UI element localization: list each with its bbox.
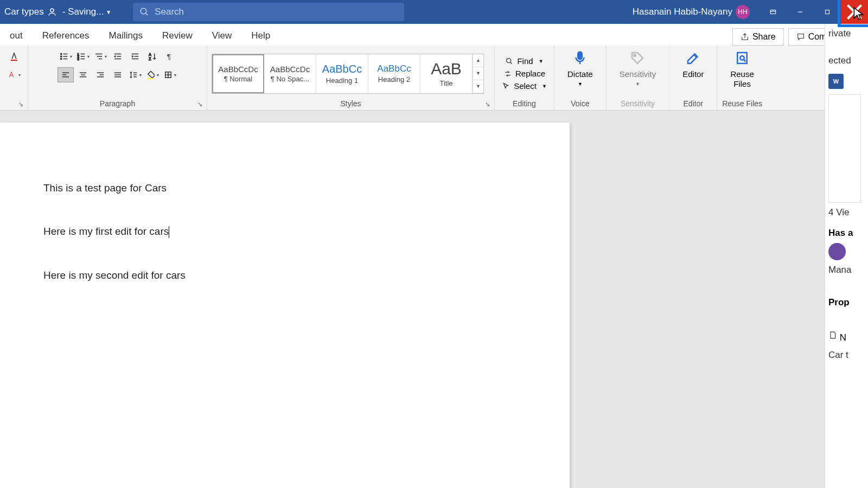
numbering-button[interactable]: 123 bbox=[75, 49, 91, 64]
doc-line-2[interactable]: Here is my first edit for cars bbox=[43, 226, 526, 238]
file-icon bbox=[828, 330, 837, 341]
tab-mailings[interactable]: Mailings bbox=[99, 26, 152, 46]
select-icon bbox=[502, 82, 510, 91]
styles-up-icon[interactable]: ▲ bbox=[473, 54, 483, 67]
replace-button[interactable]: Replace bbox=[500, 68, 548, 79]
side-panel: rivate ected W 4 Vie Has a Mana Prop N C… bbox=[825, 24, 868, 488]
avatar[interactable]: HH bbox=[736, 5, 750, 19]
find-icon bbox=[505, 57, 514, 66]
svg-point-15 bbox=[60, 58, 61, 59]
editor-icon bbox=[685, 49, 701, 67]
voice-label: Voice bbox=[559, 98, 602, 109]
svg-point-1 bbox=[141, 8, 146, 14]
share-button[interactable]: Share bbox=[732, 28, 784, 46]
find-button[interactable]: Find▼ bbox=[502, 55, 546, 67]
styles-more-icon[interactable]: ▼ bbox=[473, 80, 483, 93]
font-color-button[interactable] bbox=[6, 49, 22, 64]
svg-point-0 bbox=[50, 9, 54, 12]
search-input[interactable]: Search bbox=[133, 3, 404, 21]
styles-gallery[interactable]: AaBbCcDc ¶ Normal AaBbCcDc ¶ No Spac... … bbox=[212, 54, 484, 94]
decrease-indent-button[interactable] bbox=[110, 49, 126, 64]
style-normal[interactable]: AaBbCcDc ¶ Normal bbox=[212, 54, 264, 93]
ribbon-tabs: out References Mailings Review View Help… bbox=[0, 24, 868, 46]
sp-prop-text: Prop bbox=[828, 297, 865, 308]
saving-dropdown-icon[interactable]: ▼ bbox=[106, 9, 111, 15]
document-canvas[interactable]: This is a test page for Cars Here is my … bbox=[0, 111, 825, 488]
svg-line-55 bbox=[510, 62, 512, 63]
minimize-button[interactable] bbox=[787, 0, 814, 24]
svg-rect-56 bbox=[578, 52, 583, 60]
replace-icon bbox=[503, 69, 512, 78]
file-item[interactable]: N bbox=[828, 330, 865, 343]
style-title[interactable]: AaB Title bbox=[420, 54, 473, 93]
shading-button[interactable] bbox=[144, 67, 161, 82]
share-icon bbox=[741, 33, 749, 41]
svg-text:A: A bbox=[149, 53, 151, 56]
line-spacing-button[interactable] bbox=[127, 67, 143, 82]
svg-line-60 bbox=[744, 60, 746, 62]
styles-launcher-icon[interactable]: ↘ bbox=[485, 101, 493, 108]
editor-button[interactable]: Editor bbox=[674, 49, 712, 79]
search-icon bbox=[139, 7, 149, 17]
styles-down-icon[interactable]: ▼ bbox=[473, 67, 483, 80]
svg-point-13 bbox=[60, 56, 61, 57]
style-heading-2[interactable]: AaBbCc Heading 2 bbox=[368, 54, 420, 93]
microphone-icon bbox=[572, 49, 588, 67]
svg-text:¶: ¶ bbox=[167, 53, 170, 61]
multilevel-list-button[interactable] bbox=[92, 49, 108, 64]
ribbon: A ↘ 123 AZ ¶ Paragr bbox=[0, 46, 868, 111]
page-thumbnail[interactable] bbox=[828, 94, 861, 203]
reuse-files-button[interactable]: ReuseFiles bbox=[722, 49, 762, 89]
tab-references[interactable]: References bbox=[33, 26, 99, 46]
borders-button[interactable] bbox=[162, 67, 178, 82]
sensitivity-group: Sensitivity ▼ Sensitivity bbox=[607, 46, 670, 110]
doc-line-3[interactable]: Here is my second edit for cars bbox=[43, 269, 526, 281]
svg-text:3: 3 bbox=[77, 57, 79, 61]
tab-help[interactable]: Help bbox=[241, 26, 280, 46]
sp-ected-text: ected bbox=[828, 55, 865, 66]
dictate-button[interactable]: Dictate ▼ bbox=[559, 49, 602, 87]
word-icon[interactable]: W bbox=[828, 74, 844, 89]
tab-view[interactable]: View bbox=[202, 26, 242, 46]
svg-rect-50 bbox=[148, 78, 154, 79]
close-button[interactable] bbox=[841, 0, 868, 24]
ribbon-display-button[interactable] bbox=[760, 0, 787, 24]
paragraph-launcher-icon[interactable]: ↘ bbox=[197, 101, 205, 108]
style-no-spacing[interactable]: AaBbCcDc ¶ No Spac... bbox=[264, 54, 316, 93]
sp-cart-text: Car t bbox=[828, 350, 865, 361]
svg-text:A: A bbox=[9, 71, 14, 79]
close-button-highlight bbox=[841, 0, 868, 24]
document-title: Car types bbox=[4, 7, 44, 17]
align-left-button[interactable] bbox=[58, 67, 74, 82]
reuse-files-group: ReuseFiles Reuse Files bbox=[717, 46, 767, 110]
paragraph-group: 123 AZ ¶ Paragraph ↘ bbox=[28, 46, 207, 110]
align-center-button[interactable] bbox=[75, 67, 91, 82]
person-avatar-icon[interactable] bbox=[828, 243, 846, 260]
sort-button[interactable]: AZ bbox=[144, 49, 161, 64]
styles-group: AaBbCcDc ¶ Normal AaBbCcDc ¶ No Spac... … bbox=[207, 46, 495, 110]
tab-layout[interactable]: out bbox=[0, 26, 33, 46]
increase-indent-button[interactable] bbox=[127, 49, 143, 64]
svg-point-11 bbox=[60, 53, 61, 54]
show-marks-button[interactable]: ¶ bbox=[162, 49, 178, 64]
font-launcher-icon[interactable]: ↘ bbox=[18, 101, 26, 108]
styles-label: Styles bbox=[212, 98, 490, 109]
svg-rect-58 bbox=[737, 53, 747, 63]
user-name[interactable]: Hasanain Habib-Nayany bbox=[633, 7, 732, 17]
maximize-button[interactable] bbox=[814, 0, 841, 24]
style-heading-1[interactable]: AaBbCc Heading 1 bbox=[316, 54, 368, 93]
tab-review[interactable]: Review bbox=[152, 26, 202, 46]
saving-status: - Saving... bbox=[62, 7, 104, 17]
editor-group: Editor Editor bbox=[669, 46, 717, 110]
styles-scroll[interactable]: ▲ ▼ ▼ bbox=[473, 54, 483, 93]
comment-icon bbox=[796, 33, 805, 41]
doc-line-1[interactable]: This is a test page for Cars bbox=[43, 182, 526, 194]
reuse-files-icon bbox=[734, 49, 750, 67]
font-color-dropdown[interactable]: A bbox=[6, 67, 22, 82]
bullets-button[interactable] bbox=[58, 49, 74, 64]
share-label: Share bbox=[752, 32, 776, 42]
justify-button[interactable] bbox=[110, 67, 126, 82]
select-button[interactable]: Select▼ bbox=[499, 80, 550, 92]
page[interactable]: This is a test page for Cars Here is my … bbox=[0, 123, 570, 488]
align-right-button[interactable] bbox=[92, 67, 108, 82]
